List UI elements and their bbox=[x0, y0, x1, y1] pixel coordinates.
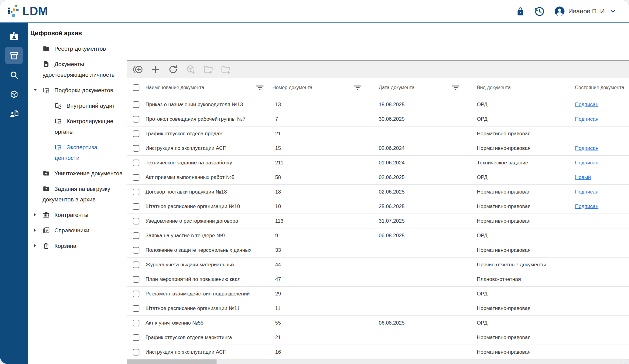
filter-icon[interactable] bbox=[452, 85, 460, 90]
nav-item[interactable]: Справочники bbox=[30, 225, 124, 236]
doc-name: График отпусков отдела маркетинга bbox=[145, 335, 272, 341]
row-checkbox[interactable] bbox=[133, 232, 139, 239]
rail-item-search[interactable] bbox=[5, 66, 23, 84]
nav-item[interactable]: Документы удостоверяющие личность bbox=[30, 59, 124, 80]
caret-right-icon[interactable] bbox=[33, 244, 37, 248]
table-row[interactable]: Договор поставки продукции №181802.06.20… bbox=[127, 185, 629, 199]
lock-icon[interactable] bbox=[516, 7, 525, 16]
caret-right-icon[interactable] bbox=[33, 228, 37, 232]
table-row[interactable]: Инструкция по эксплуатации АСП16Норматив… bbox=[127, 345, 629, 359]
table-row[interactable]: Штатное расписание организации №101025.0… bbox=[127, 199, 629, 214]
doc-status-link[interactable]: Новый bbox=[575, 174, 591, 180]
doc-date: 25.06.2025 bbox=[379, 204, 477, 210]
select-all-checkbox[interactable] bbox=[133, 84, 139, 91]
row-checkbox[interactable] bbox=[133, 116, 139, 123]
history-icon[interactable] bbox=[534, 6, 545, 17]
table-row[interactable]: Протокол совещания рабочей группы №7730.… bbox=[127, 112, 629, 126]
table-row[interactable]: Приказ о назначении руководителя №131318… bbox=[127, 97, 629, 112]
user-doc-icon bbox=[9, 109, 19, 119]
table-row[interactable]: Уведомление о расторжении договора11331.… bbox=[127, 214, 629, 228]
rail-item-badge[interactable] bbox=[5, 27, 23, 45]
trash-icon bbox=[43, 242, 50, 249]
add-to-collection-button[interactable] bbox=[133, 64, 143, 75]
row-checkbox[interactable] bbox=[133, 130, 139, 137]
doc-name: План мероприятий по повышению квал bbox=[145, 276, 272, 282]
table-row[interactable]: Заявка на участие в тендере №9906.08.202… bbox=[127, 228, 629, 243]
nav-item-label: Документы удостоверяющие личность bbox=[43, 61, 115, 78]
doc-type: Прочие отчетные документы bbox=[477, 262, 575, 268]
caret-right-icon[interactable] bbox=[33, 213, 37, 217]
doc-status-link[interactable]: Подписан bbox=[575, 102, 598, 107]
nav-item-label: Задания на выгрузку документов в архив bbox=[43, 186, 110, 203]
rail-item-archive[interactable] bbox=[5, 47, 23, 64]
horizontal-scrollbar[interactable] bbox=[127, 359, 629, 364]
column-header-number[interactable]: Номер документа bbox=[272, 85, 379, 90]
row-checkbox[interactable] bbox=[133, 334, 139, 341]
column-header-type[interactable]: Вид документа bbox=[477, 85, 575, 90]
caret-down-icon[interactable] bbox=[33, 88, 37, 92]
nav-item[interactable]: Контрагенты bbox=[30, 210, 124, 220]
doc-status-link[interactable]: Подписан bbox=[575, 160, 598, 166]
nav-item-label: Реестр документов bbox=[54, 46, 106, 52]
row-checkbox[interactable] bbox=[133, 261, 139, 268]
doc-name: Акт к уничтожению №55 bbox=[145, 320, 272, 326]
doc-name: Уведомление о расторжении договора bbox=[145, 218, 272, 224]
main-area: Цифровой архив Реестр документовДокумент… bbox=[0, 23, 629, 364]
add-to-box-button bbox=[186, 64, 196, 75]
add-button[interactable] bbox=[150, 64, 161, 75]
doc-type: Нормативно-правовая bbox=[477, 189, 575, 195]
row-checkbox[interactable] bbox=[133, 218, 139, 224]
table-row[interactable]: График отпусков отдела маркетинга21Норма… bbox=[127, 330, 629, 345]
row-checkbox[interactable] bbox=[133, 189, 139, 195]
nav-item[interactable]: Экспертиза ценности bbox=[30, 142, 124, 163]
row-checkbox[interactable] bbox=[133, 160, 139, 166]
doc-status-link[interactable]: Подписан bbox=[575, 204, 598, 209]
table-row[interactable]: График отпусков отдела продаж21Нормативн… bbox=[127, 126, 629, 141]
table-row[interactable]: Журнал учета выдачи материальных44Прочие… bbox=[127, 258, 629, 272]
row-checkbox[interactable] bbox=[133, 349, 139, 356]
rail-item-user-doc[interactable] bbox=[5, 105, 23, 123]
doc-number: 113 bbox=[272, 218, 379, 224]
table-row[interactable]: Регламент взаимодействия подразделений29… bbox=[127, 287, 629, 301]
table-row[interactable]: Акт к уничтожению №555506.08.2025ОРД bbox=[127, 316, 629, 330]
nav-item[interactable]: Подборки документов bbox=[30, 85, 124, 96]
doc-number: 21 bbox=[272, 335, 379, 341]
nav-item[interactable]: Уничтожение документов bbox=[30, 168, 124, 179]
column-header-status[interactable]: Состояние документа bbox=[575, 85, 629, 90]
user-menu[interactable]: Иванов П. И. bbox=[554, 6, 616, 17]
nav-item[interactable]: Корзина bbox=[30, 241, 124, 251]
row-checkbox[interactable] bbox=[133, 247, 139, 254]
folder-upload-filled-icon bbox=[43, 170, 50, 177]
nav-item[interactable]: Внутренний аудит bbox=[30, 100, 124, 111]
column-header-date[interactable]: Дата документа bbox=[379, 85, 477, 90]
table-row[interactable]: Штатное расписание организации №1111Норм… bbox=[127, 301, 629, 316]
doc-status-link[interactable]: Подписан bbox=[575, 189, 598, 195]
row-checkbox[interactable] bbox=[133, 203, 139, 210]
table-row[interactable]: Акт приемки выполненных работ №55802.06.… bbox=[127, 170, 629, 185]
nav-item[interactable]: Задания на выгрузку документов в архив bbox=[30, 184, 124, 205]
column-header-name[interactable]: Наименование документа bbox=[145, 85, 272, 90]
row-checkbox[interactable] bbox=[133, 320, 139, 326]
row-checkbox[interactable] bbox=[133, 276, 139, 283]
rail-item-cube[interactable] bbox=[5, 86, 23, 103]
table-row[interactable]: Техническое задание на разработку21101.0… bbox=[127, 156, 629, 170]
row-checkbox[interactable] bbox=[133, 145, 139, 152]
doc-status-link[interactable]: Подписан bbox=[575, 116, 598, 122]
row-checkbox[interactable] bbox=[133, 174, 139, 181]
filter-icon[interactable] bbox=[354, 85, 362, 90]
row-checkbox[interactable] bbox=[133, 305, 139, 312]
filter-icon[interactable] bbox=[256, 85, 264, 90]
table-row[interactable]: План мероприятий по повышению квал47План… bbox=[127, 272, 629, 287]
doc-date: 01.06.2024 bbox=[379, 160, 477, 166]
nav-item[interactable]: Контролирующие органы bbox=[30, 116, 124, 137]
nav-item[interactable]: Реестр документов bbox=[30, 43, 124, 54]
table-row[interactable]: Положение о защите персональных данных33… bbox=[127, 243, 629, 258]
refresh-button[interactable] bbox=[168, 64, 178, 75]
doc-status-link[interactable]: Подписан bbox=[575, 145, 598, 151]
row-checkbox[interactable] bbox=[133, 101, 139, 108]
table-row[interactable]: Инструкция по эксплуатации АСП1502.06.20… bbox=[127, 141, 629, 156]
scrollbar-thumb[interactable] bbox=[127, 359, 217, 364]
doc-number: 55 bbox=[272, 320, 379, 326]
doc-type: Нормативно-правовая bbox=[477, 131, 575, 137]
row-checkbox[interactable] bbox=[133, 291, 139, 297]
